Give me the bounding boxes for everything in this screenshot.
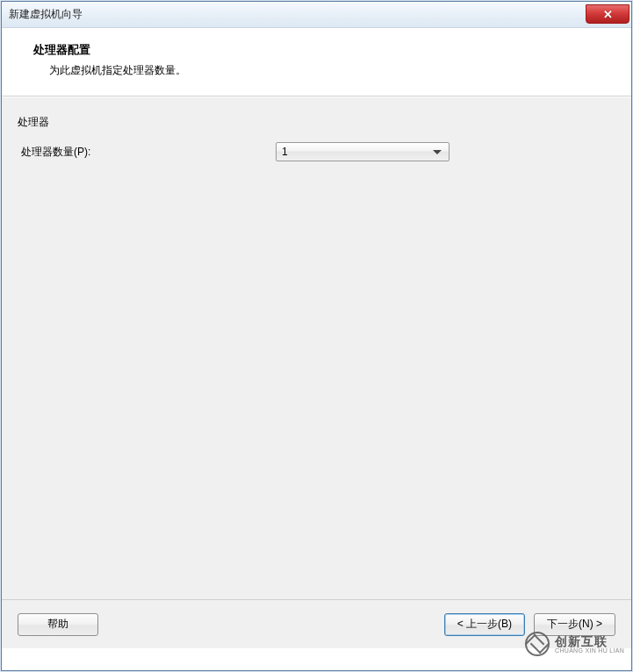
- page-subtitle: 为此虚拟机指定处理器数量。: [49, 63, 610, 78]
- close-icon: ✕: [603, 8, 613, 21]
- back-button[interactable]: < 上一步(B): [444, 613, 525, 636]
- wizard-content: 处理器 处理器数量(P): 1: [2, 97, 631, 599]
- brand-text: 创新互联 CHUANG XIN HU LIAN: [555, 635, 624, 654]
- brand-en: CHUANG XIN HU LIAN: [555, 647, 624, 654]
- processor-count-value: 1: [282, 146, 433, 158]
- processor-count-row: 处理器数量(P): 1: [21, 142, 621, 161]
- wizard-header: 处理器配置 为此虚拟机指定处理器数量。: [2, 28, 631, 97]
- wizard-window: 新建虚拟机向导 ✕ 处理器配置 为此虚拟机指定处理器数量。 处理器 处理器数量(…: [1, 1, 632, 671]
- processor-count-label: 处理器数量(P):: [21, 145, 276, 160]
- page-title: 处理器配置: [33, 42, 610, 58]
- close-button[interactable]: ✕: [586, 4, 629, 24]
- processor-count-select[interactable]: 1: [276, 142, 450, 161]
- help-button[interactable]: 帮助: [18, 613, 98, 636]
- window-title: 新建虚拟机向导: [9, 7, 83, 22]
- brand-cn: 创新互联: [555, 635, 624, 647]
- processor-fieldset: 处理器 处理器数量(P): 1: [2, 97, 631, 161]
- group-label-processor: 处理器: [18, 115, 621, 130]
- chevron-down-icon: [433, 150, 442, 154]
- brand-watermark: 创新互联 CHUANG XIN HU LIAN: [525, 632, 624, 656]
- titlebar: 新建虚拟机向导 ✕: [2, 2, 631, 28]
- brand-logo-icon: [525, 632, 550, 656]
